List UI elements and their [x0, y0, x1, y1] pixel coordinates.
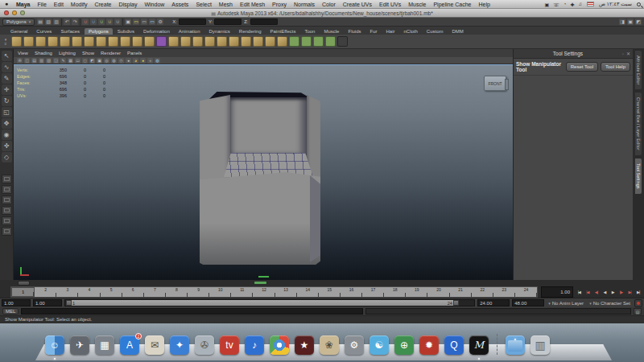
- file-save-icon[interactable]: ▥: [53, 19, 60, 25]
- divider[interactable]: [122, 19, 123, 26]
- shelf-tab[interactable]: Animation: [175, 28, 204, 35]
- ramp-texture-icon[interactable]: [325, 36, 336, 47]
- shelf-tab[interactable]: Polygons: [85, 28, 113, 35]
- layout-uv-editor[interactable]: [2, 227, 12, 236]
- menu-item[interactable]: Color: [322, 2, 336, 7]
- poly-platonic-icon[interactable]: [144, 36, 155, 47]
- finder[interactable]: ☺: [45, 335, 64, 355]
- shelf-tab[interactable]: Fur: [365, 28, 381, 35]
- sidebar-tab[interactable]: Tool Settings: [635, 158, 642, 194]
- layout-persp-graph[interactable]: [2, 206, 12, 215]
- polygon-chair-model[interactable]: [200, 92, 320, 265]
- frame-tick[interactable]: 15: [319, 287, 341, 297]
- menu-item[interactable]: Assets: [171, 2, 188, 7]
- shelf-tab[interactable]: Hair: [382, 28, 398, 35]
- spotlight-icon[interactable]: [637, 2, 641, 6]
- shelf-tab[interactable]: Custom: [423, 28, 448, 35]
- shelf-tab[interactable]: Subdivs: [114, 28, 138, 35]
- frame-tick[interactable]: 3: [56, 287, 78, 297]
- menu-item[interactable]: File: [38, 2, 47, 7]
- poly-soccerball-icon[interactable]: [132, 36, 142, 47]
- mail[interactable]: ✉: [145, 335, 164, 355]
- poly-supershape-icon[interactable]: [156, 36, 167, 47]
- camera-lock-icon[interactable]: ◫: [24, 58, 30, 64]
- system-preferences[interactable]: ⚙: [345, 335, 364, 355]
- layout-single-pane[interactable]: [2, 175, 12, 183]
- soft-mod-icon[interactable]: ◉: [2, 130, 12, 140]
- universal-manip-icon[interactable]: ✥: [2, 118, 12, 129]
- current-time-field[interactable]: 1.00: [541, 286, 573, 298]
- messages[interactable]: ☯: [369, 335, 389, 355]
- poly-cone-icon[interactable]: [47, 36, 58, 47]
- frame-tick[interactable]: 2: [35, 287, 56, 297]
- shelf-tab[interactable]: DMM: [448, 28, 468, 35]
- shaded-mode-icon[interactable]: ●: [126, 58, 131, 64]
- play-forwards-button[interactable]: ▶: [612, 290, 614, 294]
- paint-select-tool-icon[interactable]: ✎: [2, 73, 12, 84]
- close-icon[interactable]: ✕: [626, 51, 630, 56]
- uv-paint-icon[interactable]: [289, 36, 299, 47]
- play-backwards-button[interactable]: ◀: [603, 290, 605, 294]
- imovie[interactable]: ★: [295, 335, 314, 355]
- frame-tick[interactable]: 11: [231, 287, 253, 297]
- image-plane-icon[interactable]: ▧: [46, 58, 52, 64]
- frame-tick[interactable]: 14: [297, 287, 319, 297]
- animation-end-field[interactable]: 48.00: [512, 299, 544, 306]
- frame-tick[interactable]: 6: [122, 287, 144, 297]
- frame-tick[interactable]: 16: [341, 287, 362, 297]
- uv-grid-icon[interactable]: [301, 36, 312, 47]
- menu-clock[interactable]: سبت ١٢:٤٣ ص: [599, 1, 632, 7]
- animation-start-field[interactable]: 1.00: [2, 299, 31, 306]
- make-live-icon[interactable]: ∪: [114, 19, 121, 25]
- show-manipulator-icon[interactable]: ✜: [2, 141, 12, 151]
- frame-tick[interactable]: 10: [209, 287, 231, 297]
- shelf-tab[interactable]: Deformation: [139, 28, 174, 35]
- window-title-bar[interactable]: ▤Autodesk Maya 2013 x64: /Users/bdalhals…: [0, 9, 644, 18]
- step-forward-key-button[interactable]: ▶|: [628, 290, 630, 294]
- file-new-icon[interactable]: ▤: [37, 19, 43, 25]
- poly-pipe-icon[interactable]: [108, 36, 118, 47]
- frame-tick[interactable]: 5: [101, 287, 122, 297]
- grease-pencil-icon[interactable]: ✎: [60, 58, 66, 64]
- panel-menu-item[interactable]: Lighting: [59, 51, 76, 56]
- frame-tick[interactable]: 1: [11, 287, 35, 297]
- move-tool-icon[interactable]: ✛: [2, 84, 12, 95]
- gate-mask-icon[interactable]: ◩: [89, 58, 95, 64]
- camera-select-icon[interactable]: ✇: [17, 58, 23, 64]
- poly-plane-icon[interactable]: [60, 36, 70, 47]
- snap-point-icon[interactable]: ∪: [98, 19, 105, 25]
- menu-item[interactable]: Normals: [294, 2, 315, 7]
- menu-item[interactable]: Edit Mesh: [240, 2, 265, 7]
- snap-plane-icon[interactable]: ∪: [106, 19, 113, 25]
- tv-app[interactable]: tv: [220, 335, 239, 355]
- layout-hypershade[interactable]: [2, 216, 12, 225]
- toggle-attribute-editor-icon[interactable]: ◨: [619, 19, 625, 25]
- uv-checker-icon[interactable]: [313, 36, 324, 47]
- frame-tick[interactable]: 17: [362, 287, 384, 297]
- resolution-gate-icon[interactable]: ◻: [82, 58, 88, 64]
- quicktime-sp[interactable]: Q: [444, 335, 464, 355]
- last-tool-icon[interactable]: ◇: [2, 152, 12, 162]
- mission-control[interactable]: ▦: [95, 335, 114, 355]
- view-cube-front[interactable]: FRONT: [484, 76, 506, 91]
- frame-tick[interactable]: 21: [450, 287, 472, 297]
- frame-tick[interactable]: 4: [78, 287, 100, 297]
- render-current-frame-icon[interactable]: ▭: [141, 19, 147, 25]
- smooth-icon[interactable]: [253, 36, 263, 47]
- menu-item[interactable]: Create UVs: [343, 2, 372, 7]
- panel-menu-item[interactable]: Panels: [127, 51, 142, 56]
- panel-menu-item[interactable]: View: [18, 51, 28, 56]
- safe-title-icon[interactable]: ◍: [111, 58, 117, 64]
- extrude-icon[interactable]: [265, 36, 275, 47]
- open-render-view-icon[interactable]: ▭: [133, 19, 139, 25]
- camera-attributes-icon[interactable]: ▤: [31, 58, 37, 64]
- tool-help-button[interactable]: Tool Help: [601, 62, 630, 72]
- menu-item[interactable]: Select: [196, 2, 211, 7]
- facetime[interactable]: ✇: [195, 335, 214, 355]
- field-chart-icon[interactable]: ▣: [97, 58, 102, 64]
- shelf-tab[interactable]: Fluids: [344, 28, 365, 35]
- boolean-union-icon[interactable]: [217, 36, 227, 47]
- display-icon[interactable]: ▣: [545, 2, 550, 7]
- divider[interactable]: [61, 19, 62, 26]
- menu-item[interactable]: Edit: [54, 2, 64, 7]
